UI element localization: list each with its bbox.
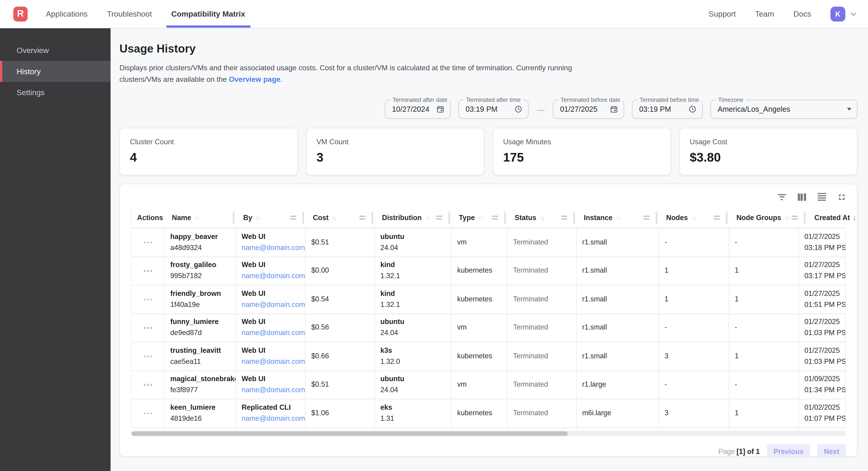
page-description: Displays prior clusters/VMs and their as… <box>119 62 858 85</box>
sort-icons[interactable]: ↑↓ <box>540 214 544 221</box>
cell-cost: $0.51 <box>306 371 375 399</box>
cell-text: - <box>664 324 723 331</box>
column-separator[interactable] <box>372 211 373 224</box>
sort-icons[interactable]: ↑↓ <box>332 214 336 221</box>
nav-item-team[interactable]: Team <box>755 0 774 28</box>
row-actions-button[interactable] <box>144 410 152 417</box>
clock-icon[interactable] <box>688 105 696 113</box>
by-source: Web UI <box>242 319 300 326</box>
sidebar-item-overview[interactable]: Overview <box>0 40 111 61</box>
sort-icons[interactable]: ↑↓ <box>256 214 260 221</box>
scrollbar-thumb[interactable] <box>131 431 568 436</box>
column-header-created[interactable]: Created At↓ <box>809 207 846 228</box>
sort-icons[interactable]: ↑↓ <box>478 214 483 221</box>
email-link[interactable]: name@domain.com <box>242 330 300 337</box>
email-link[interactable]: name@domain.com <box>242 358 300 365</box>
column-separator[interactable] <box>726 211 727 224</box>
row-actions-button[interactable] <box>144 353 152 359</box>
cell-primary-text: k3s <box>380 347 445 354</box>
column-header-instance[interactable]: Instance↑↓ <box>578 207 661 228</box>
density-icon[interactable] <box>816 191 827 202</box>
email-link[interactable]: name@domain.com <box>242 244 300 252</box>
previous-button[interactable]: Previous <box>767 444 810 457</box>
column-header-distribution[interactable]: Distribution↑↓ <box>376 207 453 228</box>
chevron-down-icon[interactable] <box>849 9 858 19</box>
email-link[interactable]: name@domain.com <box>242 273 300 280</box>
sort-icons[interactable]: ↑↓ <box>425 214 429 221</box>
timezone-select[interactable]: Timezone America/Los_Angeles <box>710 99 858 119</box>
column-menu-icon[interactable] <box>290 216 296 219</box>
replicated-logo[interactable]: R <box>13 6 28 22</box>
column-header-name[interactable]: Name↑↓ <box>166 207 238 228</box>
cell-primary-text: trusting_leavitt <box>170 347 230 354</box>
column-separator[interactable] <box>232 211 234 224</box>
column-separator[interactable] <box>448 211 450 224</box>
email-link[interactable]: name@domain.com <box>242 415 300 422</box>
row-actions-button[interactable] <box>144 296 152 302</box>
stat-card-cluster-count: Cluster Count 4 <box>119 128 298 175</box>
terminated-before-time-field[interactable]: Terminated before time 03:19 PM <box>632 99 703 119</box>
column-header-node_groups[interactable]: Node Groups↑↓ <box>731 207 809 228</box>
column-header-type[interactable]: Type↑↓ <box>453 207 509 228</box>
column-separator[interactable] <box>504 211 506 224</box>
cell-secondary-text: 24.04 <box>380 330 445 337</box>
column-menu-icon[interactable] <box>714 216 720 219</box>
caret-down-icon[interactable] <box>847 108 851 111</box>
calendar-icon[interactable] <box>436 105 444 113</box>
avatar[interactable]: K <box>831 6 845 22</box>
cell-text: $0.00 <box>311 267 369 274</box>
cell-text: r1.small <box>582 239 653 246</box>
next-button[interactable]: Next <box>817 444 846 457</box>
column-header-nodes[interactable]: Nodes↑↓ <box>661 207 731 228</box>
columns-icon[interactable] <box>796 191 807 202</box>
clock-icon[interactable] <box>514 105 523 113</box>
column-separator[interactable] <box>656 211 657 224</box>
column-menu-icon[interactable] <box>359 216 365 219</box>
cell-node_groups: - <box>729 314 799 342</box>
nav-item-support[interactable]: Support <box>709 0 736 28</box>
fullscreen-icon[interactable] <box>836 191 847 202</box>
column-separator[interactable] <box>303 211 304 224</box>
column-header-cost[interactable]: Cost↑↓ <box>307 207 376 228</box>
terminated-after-time-field[interactable]: Terminated after time 03:19 PM <box>458 99 529 119</box>
overview-page-link[interactable]: Overview page <box>229 75 280 83</box>
user-menu[interactable]: K <box>831 6 858 22</box>
sort-icons[interactable]: ↑↓ <box>194 214 199 221</box>
row-actions-button[interactable] <box>144 325 152 331</box>
sort-icons[interactable]: ↑↓ <box>691 214 695 221</box>
nav-item-troubleshoot[interactable]: Troubleshoot <box>107 0 152 28</box>
filter-icon[interactable] <box>776 191 787 202</box>
cell-text: 1 <box>664 267 723 274</box>
sort-descending-icon[interactable]: ↓ <box>852 213 856 222</box>
column-menu-icon[interactable] <box>492 216 498 219</box>
sidebar-item-history[interactable]: History <box>0 61 111 82</box>
row-actions-button[interactable] <box>144 382 152 388</box>
column-separator[interactable] <box>574 211 575 224</box>
sidebar-item-settings[interactable]: Settings <box>0 82 111 103</box>
horizontal-scrollbar[interactable] <box>131 431 846 436</box>
column-menu-icon[interactable] <box>792 216 798 219</box>
nav-item-applications[interactable]: Applications <box>46 0 88 28</box>
column-menu-icon[interactable] <box>643 216 649 219</box>
calendar-icon[interactable] <box>610 105 618 113</box>
cell-text: 1 <box>735 296 793 303</box>
email-link[interactable]: name@domain.com <box>242 301 300 308</box>
terminated-before-date-field[interactable]: Terminated before date 01/27/2025 <box>553 99 624 119</box>
email-link[interactable]: name@domain.com <box>242 387 300 394</box>
column-header-status[interactable]: Status↑↓ <box>509 207 578 228</box>
row-actions-button[interactable] <box>144 268 152 274</box>
nav-item-docs[interactable]: Docs <box>793 0 811 28</box>
sort-icons[interactable]: ↑↓ <box>785 214 789 221</box>
cell-text: - <box>664 381 723 388</box>
row-actions-button[interactable] <box>144 239 152 246</box>
cell-status: Terminated <box>507 257 577 285</box>
column-menu-icon[interactable] <box>436 216 442 219</box>
column-menu-icon[interactable] <box>561 216 567 219</box>
column-separator[interactable] <box>804 211 806 224</box>
page-indicator: Page[1] of 1 <box>718 447 760 455</box>
page-title: Usage History <box>119 42 858 55</box>
nav-item-compatibility-matrix[interactable]: Compatibility Matrix <box>171 0 245 28</box>
terminated-after-date-field[interactable]: Terminated after date 10/27/2024 <box>385 99 451 119</box>
sort-icons[interactable]: ↑↓ <box>616 214 620 221</box>
column-header-by[interactable]: By↑↓ <box>238 207 307 228</box>
